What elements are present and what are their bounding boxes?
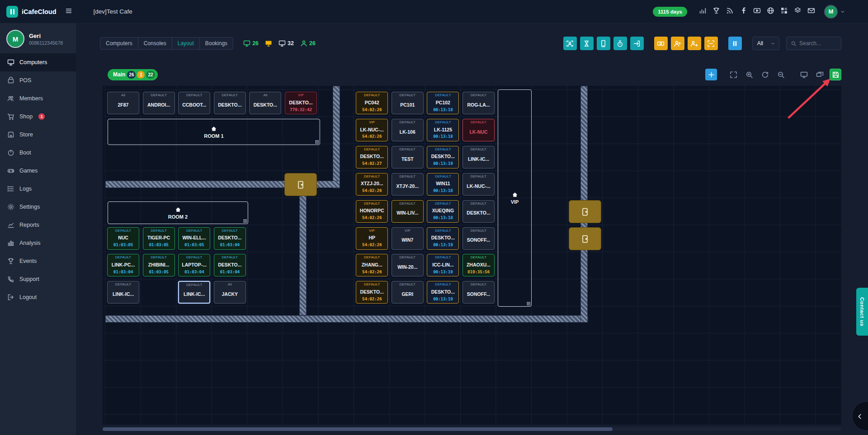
group-filter-select[interactable]: All [752, 37, 779, 50]
sidebar-item-games[interactable]: Games [0, 162, 76, 180]
pixel-link[interactable] [780, 7, 788, 16]
sidebar-item-support[interactable]: Support [0, 270, 76, 288]
room-room-1[interactable]: ROOM 1 [108, 119, 320, 145]
sidebar-item-computers[interactable]: Computers [0, 53, 76, 71]
globe-link[interactable] [767, 7, 774, 16]
room-tab-main[interactable]: Main 26122 [108, 69, 158, 80]
layers-link[interactable] [794, 7, 802, 16]
sidebar-item-reports[interactable]: Reports [0, 216, 76, 234]
add-element-button[interactable] [705, 69, 717, 80]
horizontal-scrollbar[interactable] [103, 427, 841, 431]
facebook-link[interactable] [740, 7, 747, 16]
computer-tile-pc101[interactable]: DEFAULTPC101 [392, 92, 424, 114]
computer-tile-honorpc[interactable]: DEFAULTHONORPC54:02:26 [356, 200, 388, 223]
sidebar-item-shop[interactable]: Shop1 [0, 108, 76, 126]
computer-view-button[interactable] [798, 69, 810, 80]
scrollbar-thumb[interactable] [103, 427, 613, 431]
computer-tile-win-ell[interactable]: DEFAULTWIN-ELL...01:03:05 [178, 227, 210, 250]
room-room-2[interactable]: ROOM 2 [108, 201, 248, 224]
sidebar-item-store[interactable]: Store [0, 126, 76, 144]
computer-tile-deskto[interactable]: DEFAULTDESKTO...00:13:19 [427, 227, 459, 250]
computer-tile-xtjy-20[interactable]: DEFAULTXTJY-20... [392, 173, 424, 196]
tab-bookings[interactable]: Bookings [199, 37, 233, 50]
computer-tile-test[interactable]: DEFAULTTEST [392, 146, 424, 168]
fit-screen-button[interactable] [727, 69, 739, 80]
computer-tile-ccboot[interactable]: DEFAULTCCBOOT... [178, 92, 210, 114]
computer-tile-lk-1125[interactable]: DEFAULTLK-112500:13:18 [427, 119, 459, 141]
sidebar-item-logs[interactable]: Logs [0, 180, 76, 198]
rss-link[interactable] [726, 7, 734, 16]
hamburger-menu-button[interactable] [64, 7, 74, 17]
door-3[interactable] [569, 227, 601, 250]
computer-tile-nuc[interactable]: DEFAULTNUC01:03:05 [107, 227, 139, 250]
user-avatar[interactable]: M [824, 5, 838, 19]
contact-us-button[interactable]: Contact us [856, 288, 868, 336]
computer-tile-deskto[interactable]: DEFAULTDESKTO...00:13:19 [427, 146, 459, 168]
layout-canvas[interactable]: ROOM 1ROOM 2VIPAll2F87DEFAULTANDROI...DE… [103, 86, 841, 425]
computer-tile-link-pc[interactable]: DEFAULTLINK-PC...01:03:04 [107, 254, 139, 276]
computer-tile-deskto[interactable]: DEFAULTDESKTO...54:02:27 [356, 146, 388, 168]
zoom-in-button[interactable] [743, 69, 755, 80]
computer-tile-sonoff[interactable]: DEFAULTSONOFF... [462, 227, 495, 250]
computer-tile-win-20[interactable]: DEFAULTWIN-20... [392, 254, 424, 276]
scan-qr-button[interactable] [704, 37, 718, 50]
computer-tile-hp[interactable]: VIPHP54:02:26 [356, 227, 388, 250]
sidebar-item-boot[interactable]: Boot [0, 144, 76, 162]
computer-tile-lk-nuc[interactable]: VIPLK-NUC-...54:02:26 [356, 119, 388, 141]
checkout-button[interactable] [630, 37, 644, 50]
computer-tile-2f87[interactable]: All2F87 [107, 92, 139, 114]
pause-all-button[interactable] [728, 37, 742, 50]
computer-tile-deskto[interactable]: VIPDESKTO...779:32:42 [285, 92, 317, 114]
computer-tile-link-ic[interactable]: DEFAULTLINK-IC... [178, 281, 210, 304]
sidebar-item-events[interactable]: Events [0, 252, 76, 270]
sidebar-user[interactable]: M Geri 0086112345678 [0, 23, 76, 53]
door-1[interactable] [284, 173, 317, 196]
computer-tile-xtzj-20[interactable]: DEFAULTXTZJ-20...54:02:26 [356, 173, 388, 196]
mobile-app-button[interactable] [597, 37, 610, 50]
computer-tile-pc042[interactable]: DEFAULTPC04254:02:26 [356, 92, 388, 114]
add-member-button[interactable] [671, 37, 684, 50]
computer-tile-deskto[interactable]: DEFAULTDESKTO... [214, 92, 246, 114]
computer-tile-laptop[interactable]: DEFAULTLAPTOP-...01:03:04 [178, 254, 210, 276]
computer-tile-jacky[interactable]: AllJACKY [214, 281, 246, 304]
computer-tile-deskto[interactable]: DEFAULTDESKTO... [462, 200, 495, 223]
computer-tile-deskto[interactable]: DEFAULTDESKTO...54:02:26 [356, 281, 388, 304]
computer-tile-win7[interactable]: VIPWIN7 [392, 227, 424, 250]
computer-tile-lk-nuc[interactable]: DEFAULTLK-NUC-... [462, 173, 495, 196]
computer-tile-zhibini[interactable]: DEFAULTZHIBINI...01:03:05 [143, 254, 175, 276]
room-vip[interactable]: VIP [498, 89, 532, 307]
computer-tile-rog-la[interactable]: DEFAULTROG-LA... [462, 92, 495, 114]
cash-sale-button[interactable] [654, 37, 668, 50]
tab-layout[interactable]: Layout [172, 37, 200, 50]
timer-button[interactable] [613, 37, 627, 50]
computer-tile-link-ic[interactable]: DEFAULTLINK-IC... [462, 146, 495, 168]
sidebar-item-members[interactable]: Members [0, 89, 76, 108]
add-guest-button[interactable] [688, 37, 701, 50]
computer-tile-deskto[interactable]: AllDESKTO... [249, 92, 281, 114]
chevron-down-icon[interactable] [840, 9, 845, 14]
sidebar-item-logout[interactable]: Logout [0, 288, 76, 306]
computer-tile-link-ic[interactable]: DEFAULTLINK-IC... [107, 281, 139, 304]
member-session-button[interactable] [563, 37, 577, 50]
tab-consoles[interactable]: Consoles [138, 37, 172, 50]
computer-tile-win-liv[interactable]: DEFAULTWIN-LIV... [392, 200, 424, 223]
door-2[interactable] [569, 200, 601, 223]
sidebar-item-settings[interactable]: Settings [0, 198, 76, 216]
computer-tile-zhang[interactable]: DEFAULTZHANG...54:02:26 [356, 254, 388, 276]
computer-tile-deskto[interactable]: DEFAULTDESKTO...01:03:04 [214, 227, 246, 250]
search-input[interactable] [799, 40, 837, 47]
computer-tile-tiger-pc[interactable]: DEFAULTTIGER-PC01:03:05 [143, 227, 175, 250]
trophy-link[interactable] [712, 7, 720, 16]
subscription-days-badge[interactable]: 1115 days [653, 7, 687, 17]
stats-link[interactable] [699, 7, 707, 16]
booking-hourglass-button[interactable] [580, 37, 594, 50]
computer-tile-icc-lin[interactable]: DEFAULTICC-LIN...00:13:19 [427, 254, 459, 276]
computer-tile-win11[interactable]: DEFAULTWIN1100:13:18 [427, 173, 459, 196]
computer-tile-zhaoxu[interactable]: DEFAULTZHAOXU...819:35:56 [462, 254, 495, 276]
sidebar-item-analysis[interactable]: Analysis [0, 234, 76, 252]
computer-tile-sonoff[interactable]: DEFAULTSONOFF... [462, 281, 495, 304]
tab-computers[interactable]: Computers [100, 37, 138, 50]
computer-tile-androi[interactable]: DEFAULTANDROI... [143, 92, 175, 114]
computer-tile-lk-106[interactable]: DEFAULTLK-106 [392, 119, 424, 141]
computer-tile-lk-nuc[interactable]: DEFAULTLK-NUC [462, 119, 495, 141]
